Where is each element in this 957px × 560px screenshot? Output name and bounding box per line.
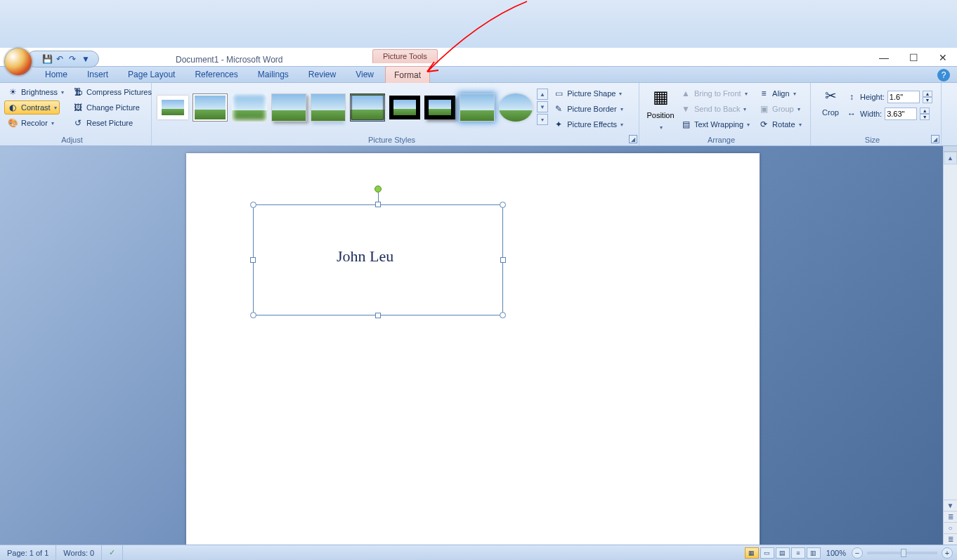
style-soft-edge[interactable] bbox=[232, 93, 267, 122]
scroll-down-icon[interactable]: ▼ bbox=[944, 500, 957, 511]
tab-review[interactable]: Review bbox=[300, 66, 344, 83]
ribbon: ☀Brightness▾ ◐Contrast▾ 🎨Recolor▾ 🗜Compr… bbox=[0, 83, 957, 146]
reset-icon: ↺ bbox=[72, 117, 84, 129]
compress-pictures-button[interactable]: 🗜Compress Pictures bbox=[70, 85, 155, 99]
next-page-icon[interactable]: ≣ bbox=[944, 533, 957, 545]
page[interactable]: John Leu bbox=[186, 153, 760, 545]
view-outline[interactable]: ≡ bbox=[791, 547, 805, 559]
text-wrapping-button[interactable]: ▤Text Wrapping▾ bbox=[677, 117, 753, 131]
gallery-up-icon[interactable]: ▲ bbox=[537, 89, 548, 100]
minimize-button[interactable]: — bbox=[877, 51, 891, 65]
crop-icon: ✂ bbox=[821, 87, 840, 107]
group-arrange: ▦ Position ▾ ▲Bring to Front▾ ▼Send to B… bbox=[639, 83, 811, 145]
recolor-button[interactable]: 🎨Recolor▾ bbox=[4, 116, 57, 130]
tab-references[interactable]: References bbox=[186, 66, 246, 83]
proofing-icon: ✓ bbox=[109, 548, 115, 557]
resize-handle-ml[interactable] bbox=[250, 257, 256, 263]
resize-handle-tr[interactable] bbox=[500, 202, 506, 208]
picture-shape-button[interactable]: ▭Picture Shape▾ bbox=[550, 86, 625, 100]
gallery-down-icon[interactable]: ▼ bbox=[537, 101, 548, 112]
resize-handle-tl[interactable] bbox=[250, 202, 256, 208]
group-label-adjust: Adjust bbox=[0, 136, 144, 144]
style-thick-black-frame[interactable] bbox=[389, 96, 420, 119]
brightness-icon: ☀ bbox=[7, 86, 18, 98]
contrast-button[interactable]: ◐Contrast▾ bbox=[4, 100, 60, 115]
close-button[interactable]: ✕ bbox=[936, 51, 950, 65]
resize-handle-bm[interactable] bbox=[375, 313, 381, 318]
document-area[interactable]: John Leu bbox=[0, 146, 943, 545]
resize-handle-bl[interactable] bbox=[250, 312, 256, 318]
tab-format[interactable]: Format bbox=[385, 66, 430, 83]
status-words[interactable]: Words: 0 bbox=[56, 545, 102, 560]
reset-picture-button[interactable]: ↺Reset Picture bbox=[70, 116, 136, 130]
style-glow[interactable] bbox=[460, 93, 495, 122]
style-drop-shadow[interactable] bbox=[271, 93, 306, 122]
change-picture-button[interactable]: 🖼Change Picture bbox=[70, 100, 143, 115]
picture-border-button[interactable]: ✎Picture Border▾ bbox=[550, 102, 625, 116]
view-web-layout[interactable]: ▤ bbox=[776, 547, 790, 559]
status-page[interactable]: Page: 1 of 1 bbox=[0, 545, 56, 560]
qat-customize-icon[interactable]: ▼ bbox=[80, 53, 91, 65]
brightness-button[interactable]: ☀Brightness▾ bbox=[4, 85, 67, 99]
browse-object-icon[interactable]: ○ bbox=[944, 522, 957, 533]
redo-icon[interactable]: ↷ bbox=[67, 53, 78, 65]
undo-icon[interactable]: ↶ bbox=[54, 53, 65, 65]
rotation-handle[interactable] bbox=[375, 185, 382, 193]
group-label-size: Size bbox=[811, 136, 934, 144]
resize-handle-mr[interactable] bbox=[500, 257, 506, 263]
tab-page-layout[interactable]: Page Layout bbox=[119, 66, 183, 83]
view-full-screen[interactable]: ▭ bbox=[760, 547, 774, 559]
tab-view[interactable]: View bbox=[347, 66, 382, 83]
office-button[interactable] bbox=[4, 48, 32, 76]
group-button[interactable]: ▣Group▾ bbox=[755, 102, 803, 116]
group-picture-styles: ▲ ▼ ▾ ▭Picture Shape▾ ✎Picture Border▾ ✦… bbox=[152, 83, 639, 145]
zoom-slider[interactable] bbox=[867, 552, 937, 554]
group-label-picture-styles: Picture Styles bbox=[152, 136, 632, 144]
help-icon[interactable]: ? bbox=[937, 69, 950, 82]
contextual-tab-label: Picture Tools bbox=[372, 49, 438, 63]
view-print-layout[interactable]: ▦ bbox=[745, 547, 759, 559]
style-black-shadow[interactable] bbox=[424, 96, 455, 119]
send-to-back-button[interactable]: ▼Send to Back▾ bbox=[677, 102, 749, 116]
prev-page-icon[interactable]: ≣ bbox=[944, 511, 957, 522]
height-label: Height: bbox=[860, 93, 885, 101]
tab-insert[interactable]: Insert bbox=[79, 66, 117, 83]
style-compound-frame[interactable] bbox=[350, 93, 385, 122]
selected-picture[interactable]: John Leu bbox=[253, 204, 503, 315]
height-input[interactable] bbox=[887, 91, 920, 103]
save-icon[interactable]: 💾 bbox=[41, 53, 53, 65]
split-bar[interactable] bbox=[944, 146, 957, 152]
width-input[interactable] bbox=[885, 108, 917, 120]
size-dialog-launcher[interactable]: ◢ bbox=[931, 135, 939, 143]
title-bar: 💾 ↶ ↷ ▼ Document1 - Microsoft Word Pictu… bbox=[0, 0, 957, 48]
zoom-level[interactable]: 100% bbox=[826, 549, 846, 557]
shape-icon: ▭ bbox=[553, 88, 564, 99]
width-spinner[interactable]: ▲▼ bbox=[920, 108, 930, 120]
rotation-connector bbox=[378, 193, 379, 202]
zoom-thumb[interactable] bbox=[901, 549, 906, 557]
style-reflected[interactable] bbox=[311, 93, 346, 122]
maximize-button[interactable]: ☐ bbox=[906, 51, 920, 65]
zoom-out-button[interactable]: − bbox=[852, 547, 863, 559]
vertical-scrollbar[interactable]: ▲ ▼ ≣ ○ ≣ bbox=[943, 146, 957, 545]
tab-mailings[interactable]: Mailings bbox=[249, 66, 297, 83]
style-oval[interactable] bbox=[499, 93, 533, 122]
picture-styles-dialog-launcher[interactable]: ◢ bbox=[629, 135, 637, 143]
group-icon: ▣ bbox=[758, 103, 769, 115]
align-button[interactable]: ≡Align▾ bbox=[755, 86, 798, 100]
document-title: Document1 - Microsoft Word bbox=[176, 55, 283, 65]
picture-effects-button[interactable]: ✦Picture Effects▾ bbox=[550, 117, 626, 131]
scroll-up-icon[interactable]: ▲ bbox=[944, 152, 957, 164]
gallery-more-icon[interactable]: ▾ bbox=[537, 114, 548, 125]
rotate-button[interactable]: ⟳Rotate▾ bbox=[755, 117, 804, 131]
resize-handle-br[interactable] bbox=[500, 312, 506, 318]
style-simple-frame-white[interactable] bbox=[157, 96, 188, 119]
zoom-in-button[interactable]: + bbox=[942, 547, 953, 559]
gallery-scroll[interactable]: ▲ ▼ ▾ bbox=[537, 89, 548, 126]
status-proofing[interactable]: ✓ bbox=[102, 545, 123, 560]
height-spinner[interactable]: ▲▼ bbox=[923, 91, 932, 103]
resize-handle-tm[interactable] bbox=[375, 202, 381, 207]
view-draft[interactable]: ▥ bbox=[807, 547, 821, 559]
bring-to-front-button[interactable]: ▲Bring to Front▾ bbox=[677, 86, 750, 100]
tab-home[interactable]: Home bbox=[37, 66, 76, 83]
